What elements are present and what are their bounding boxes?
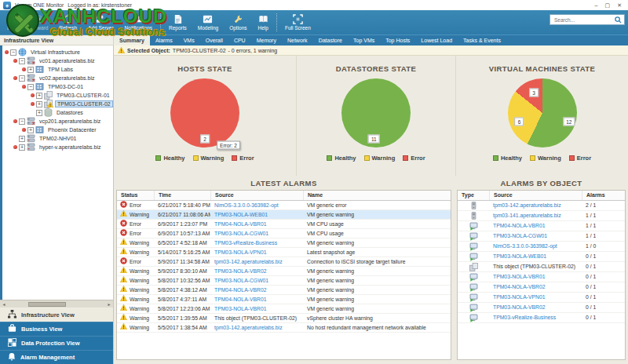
tree-expander[interactable]: −	[19, 58, 25, 64]
tree-item-vc02-aperaturelabs-biz[interactable]: −vc02.aperaturelabs.biz	[2, 74, 113, 82]
object-row[interactable]: TPM04-NOLA-VBR011 / 1	[458, 221, 625, 231]
datastores-state-pie[interactable]: 11	[341, 78, 411, 147]
object-source-link[interactable]: TPM03-NOLA-VBR02	[489, 303, 582, 312]
column-header-alarms[interactable]: Alarms	[582, 191, 625, 200]
search-box[interactable]	[550, 14, 625, 25]
tree-item-tpm03-cluster-02[interactable]: +TPM03-CLUSTER-02	[2, 100, 113, 108]
tree-expander[interactable]: +	[36, 110, 42, 116]
tree-expander[interactable]: +	[19, 136, 25, 142]
close-button[interactable]: ✕	[617, 2, 622, 9]
scroll-right-arrow-icon[interactable]: ▸	[105, 301, 113, 307]
column-header-source[interactable]: Source	[210, 191, 303, 200]
notifications-button[interactable]: Notifications	[119, 10, 158, 35]
full-screen-button[interactable]: Full Screen	[279, 10, 316, 35]
tree-expander[interactable]: +	[19, 144, 25, 151]
object-source-link[interactable]: TPM03-NOLA-CGW01	[489, 231, 582, 241]
alarm-source-link[interactable]: TPM03-NOLA-CGW01	[210, 276, 303, 285]
maximize-button[interactable]: ▢	[605, 2, 611, 9]
tree-expander[interactable]: +	[36, 93, 42, 99]
alarm-source-link[interactable]: TPM03-NOLA-WEB01	[210, 210, 303, 219]
tree-item-tpm-labs[interactable]: +TPM Labs	[2, 65, 113, 74]
tree-item-hyper-v-aperaturelabs-biz[interactable]: +hyper-v.aperaturelabs.biz	[2, 143, 113, 151]
virtual-machines-state-pie[interactable]: 3612	[508, 78, 577, 147]
alarm-row[interactable]: Warning5/14/2017 5:16:25 AMTPM03-NOLA-VP…	[117, 248, 451, 257]
object-source-link[interactable]: tpm03-141.aperaturelabs.biz	[489, 211, 582, 220]
refresh-button[interactable]: Refresh	[53, 10, 82, 35]
object-source-link[interactable]: TPM04-NOLA-VBR01	[489, 221, 582, 231]
add-server-button[interactable]: Add Server	[82, 10, 119, 35]
alarm-source-link[interactable]: TPM03-NOLA-VBR01	[210, 304, 303, 313]
alarm-row[interactable]: Warning5/8/2017 12:23:06 AMTPM03-NOLA-VB…	[117, 304, 451, 314]
tree-expander[interactable]: +	[27, 127, 34, 133]
scrollbar-thumb[interactable]	[28, 302, 66, 307]
tab-summary[interactable]: Summary	[114, 35, 150, 46]
options-button[interactable]: Options	[224, 10, 252, 35]
tree-expander[interactable]: −	[10, 49, 16, 56]
object-source-link[interactable]: TPM03-NOLA-VBR01	[489, 272, 582, 282]
tree-expander[interactable]: +	[27, 67, 34, 73]
tree-item-phoenix-datacenter[interactable]: +Phoenix Datacenter	[2, 126, 113, 134]
object-row[interactable]: tpm03-141.aperaturelabs.biz1 / 1	[458, 211, 625, 221]
sidebar-item-alarm-management[interactable]: Alarm Management	[0, 350, 113, 364]
alarm-row[interactable]: Error6/9/2017 1:23:07 PMTPM04-NOLA-VBR01…	[117, 220, 451, 229]
column-header-time[interactable]: Time	[154, 191, 210, 200]
alarm-source-link[interactable]: TPM03-vRealize-Business	[210, 238, 303, 247]
tab-datastore[interactable]: Datastore	[313, 35, 348, 46]
column-header-status[interactable]: Status	[117, 191, 154, 200]
object-row[interactable]: TPM04-NOLA-VBR020 / 1	[458, 282, 625, 293]
tab-memory[interactable]: Memory	[251, 35, 282, 46]
tree-expander[interactable]: +	[36, 101, 42, 107]
back-button[interactable]: Back	[2, 10, 24, 35]
column-header-source[interactable]: Source	[489, 191, 582, 200]
scroll-left-arrow-icon[interactable]: ◂	[0, 301, 8, 307]
tab-vms[interactable]: VMs	[178, 35, 200, 46]
alarm-source-link[interactable]: TPM04-NOLA-VBR02	[210, 286, 303, 294]
tab-top-hosts[interactable]: Top Hosts	[380, 35, 415, 46]
alarm-row[interactable]: Warning6/21/2017 11:08:06 AMTPM03-NOLA-W…	[117, 210, 451, 220]
object-source-link[interactable]: TPM04-NOLA-VBR02	[489, 282, 582, 292]
alarm-row[interactable]: Error5/9/2017 11:34:58 AMtpm03-142.apera…	[117, 257, 451, 267]
alarm-row[interactable]: Warning5/8/2017 4:38:12 AMTPM04-NOLA-VBR…	[117, 286, 451, 295]
alarm-row[interactable]: Warning6/5/2017 4:52:18 AMTPM03-vRealize…	[117, 238, 451, 248]
alarm-source-link[interactable]: TPM03-NOLA-VPN01	[210, 248, 303, 257]
tab-top-vms[interactable]: Top VMs	[348, 35, 380, 46]
column-header-type[interactable]: Type	[458, 191, 489, 200]
hosts-state-pie[interactable]: 2Error: 2	[170, 78, 239, 147]
object-row[interactable]: This object (TPM03-CLUSTER-02)0 / 1	[458, 262, 625, 272]
object-source-link[interactable]: tpm03-142.aperaturelabs.biz	[489, 201, 582, 210]
alarm-source-link[interactable]: TPM03-NOLA-CGW01	[210, 229, 303, 238]
tab-lowest-load[interactable]: Lowest Load	[415, 35, 458, 46]
sidebar-item-data-protection-view[interactable]: Data Protection View	[0, 336, 113, 350]
object-row[interactable]: TPM03-NOLA-CGW011 / 1	[458, 231, 625, 242]
object-source-link[interactable]: NimOS-3.3.0.0-363982-opt	[489, 242, 582, 251]
tab-tasks-events[interactable]: Tasks & Events	[458, 35, 506, 46]
object-row[interactable]: TPM03-vRealize-Business0 / 1	[458, 313, 625, 323]
object-source-link[interactable]: TPM03-vRealize-Business	[489, 313, 582, 322]
minimize-button[interactable]: –	[595, 2, 598, 9]
object-row[interactable]: TPM03-NOLA-VPN010 / 1	[458, 293, 625, 303]
tree-item-tpm02-nhv01[interactable]: +TPM02-NHV01	[2, 134, 113, 143]
column-header-name[interactable]: Name	[303, 191, 451, 200]
tree-expander[interactable]: −	[27, 84, 34, 90]
tree-expander[interactable]: −	[19, 75, 25, 82]
tree-item-vc01-aperaturelabs-biz[interactable]: −vc01.aperaturelabs.biz	[2, 56, 113, 65]
alarm-row[interactable]: Warning5/9/2017 8:30:10 AMTPM03-NOLA-VBR…	[117, 267, 451, 276]
object-source-link[interactable]: TPM03-NOLA-WEB01	[489, 252, 582, 261]
tab-overall[interactable]: Overall	[200, 35, 228, 46]
alarm-row[interactable]: Warning5/8/2017 4:37:11 AMTPM04-NOLA-VBR…	[117, 295, 451, 304]
forward-button[interactable]: Forward	[24, 10, 53, 35]
tree-expander[interactable]: −	[19, 118, 25, 125]
reports-button[interactable]: Reports	[163, 10, 192, 35]
alarm-row[interactable]: Warning5/5/2017 1:38:54 AMtpm03-142.aper…	[117, 323, 451, 333]
object-row[interactable]: tpm03-142.aperaturelabs.biz2 / 1	[458, 201, 625, 211]
alarm-row[interactable]: Warning5/5/2017 1:39:55 AMThis object (T…	[117, 314, 451, 323]
tab-alarms[interactable]: Alarms	[150, 35, 178, 46]
horizontal-scrollbar[interactable]: ◂ ▸	[0, 300, 113, 308]
object-row[interactable]: TPM03-NOLA-WEB010 / 1	[458, 252, 625, 262]
search-input[interactable]	[553, 16, 613, 24]
tab-network[interactable]: Network	[282, 35, 313, 46]
alarm-source-link[interactable]: TPM03-NOLA-VBR02	[210, 267, 303, 275]
alarm-row[interactable]: Warning5/8/2017 10:32:56 AMTPM03-NOLA-CG…	[117, 276, 451, 286]
alarm-source-link[interactable]: tpm03-142.aperaturelabs.biz	[210, 257, 303, 266]
object-row[interactable]: TPM03-NOLA-VBR010 / 1	[458, 272, 625, 282]
